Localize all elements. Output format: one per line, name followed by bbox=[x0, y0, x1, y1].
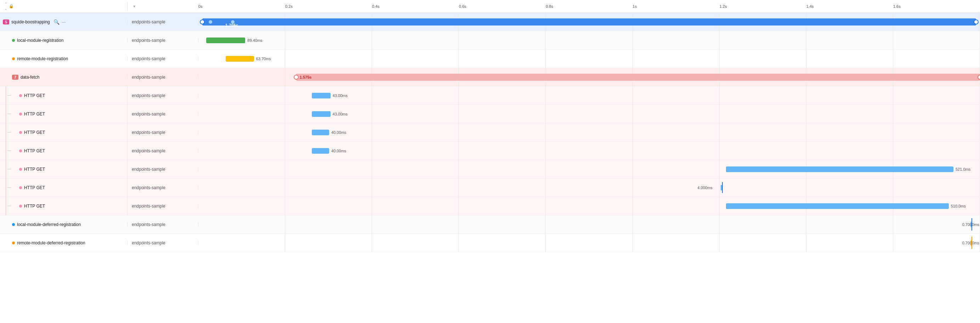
span-name: HTTP GET bbox=[24, 167, 45, 172]
service-cell: endpoints-sample bbox=[127, 111, 199, 116]
service-cell: endpoints-sample bbox=[127, 75, 199, 80]
span-dot bbox=[19, 94, 22, 97]
span-bar bbox=[312, 93, 331, 99]
timeline-cell: 43.00ms bbox=[199, 105, 980, 123]
span-dot bbox=[12, 39, 15, 42]
service-cell: endpoints-sample bbox=[127, 130, 199, 135]
table-row[interactable]: HTTP GETendpoints-sample521.0ms bbox=[0, 160, 980, 178]
table-row[interactable]: HTTP GETendpoints-sample43.00ms bbox=[0, 105, 980, 123]
span-dot bbox=[19, 186, 22, 189]
span-dot bbox=[12, 57, 15, 60]
service-cell: endpoints-sample bbox=[127, 222, 199, 227]
span-duration-label: 63.70ms bbox=[256, 57, 271, 61]
timeline-cell: 40.00ms bbox=[199, 123, 980, 141]
table-row[interactable]: HTTP GETendpoints-sample4.000ms bbox=[0, 178, 980, 197]
chevron-down-icon[interactable]: ▾ bbox=[133, 4, 135, 9]
table-row[interactable]: HTTP GETendpoints-sample40.00ms bbox=[0, 142, 980, 160]
span-dot bbox=[19, 150, 22, 152]
timeline-tick-3: 0.6s bbox=[459, 0, 466, 13]
service-cell: endpoints-sample bbox=[127, 185, 199, 190]
table-row[interactable]: remote-module-deferred-registrationendpo… bbox=[0, 234, 980, 252]
trace-table: ⌃⌄ 🔒 ▾ 0s0.2s0.4s0.6s0.8s1s1.2s1.4s1.6s1… bbox=[0, 0, 980, 323]
table-row[interactable]: 7data-fetchendpoints-sample1.575s bbox=[0, 68, 980, 86]
span-name: HTTP GET bbox=[24, 185, 45, 190]
span-name: HTTP GET bbox=[24, 93, 45, 98]
span-start-circle bbox=[294, 75, 299, 80]
span-name: HTTP GET bbox=[24, 204, 45, 208]
name-cell: 5squide-boostrapping🔍··· bbox=[0, 19, 127, 25]
name-cell: local-module-deferred-registration bbox=[0, 222, 127, 227]
name-cell: HTTP GET bbox=[0, 123, 127, 142]
service-column-header[interactable]: ▾ bbox=[127, 4, 199, 9]
span-name: remote-module-registration bbox=[17, 56, 68, 61]
timeline-cell: 510.0ms bbox=[199, 197, 980, 215]
span-duration-label: 0.7000ms bbox=[962, 241, 979, 245]
span-duration-label: 40.00ms bbox=[331, 149, 346, 153]
table-row[interactable]: HTTP GETendpoints-sample40.00ms bbox=[0, 123, 980, 142]
service-cell: endpoints-sample bbox=[127, 38, 199, 43]
timeline-cell: 89.40ms bbox=[199, 31, 980, 49]
timeline-cell: 0.7000ms bbox=[199, 215, 980, 233]
span-name: local-module-deferred-registration bbox=[17, 222, 81, 227]
span-bar bbox=[226, 56, 254, 62]
name-cell: HTTP GET bbox=[0, 142, 127, 160]
name-cell: 7data-fetch bbox=[0, 75, 127, 80]
span-bar bbox=[206, 38, 245, 43]
span-dot bbox=[19, 113, 22, 115]
table-row[interactable]: local-module-registrationendpoints-sampl… bbox=[0, 31, 980, 49]
span-bar bbox=[726, 167, 953, 172]
span-bar bbox=[312, 111, 331, 117]
timeline-tick-2: 0.4s bbox=[372, 0, 379, 13]
table-row[interactable]: 5squide-boostrapping🔍···endpoints-sample… bbox=[0, 13, 980, 31]
name-cell: HTTP GET bbox=[0, 197, 127, 215]
span-bar bbox=[296, 74, 980, 81]
name-cell: remote-module-registration bbox=[0, 56, 127, 61]
span-end-circle bbox=[977, 75, 980, 80]
service-cell: endpoints-sample bbox=[127, 19, 199, 24]
timeline-tick-0: 0s bbox=[199, 0, 203, 13]
service-cell: endpoints-sample bbox=[127, 93, 199, 98]
timeline-tick-4: 0.8s bbox=[546, 0, 553, 13]
name-cell: HTTP GET bbox=[0, 105, 127, 123]
span-name: remote-module-deferred-registration bbox=[17, 240, 85, 245]
span-name: HTTP GET bbox=[24, 111, 45, 116]
span-duration-label: 0.7000ms bbox=[962, 223, 979, 227]
span-dot bbox=[12, 242, 15, 244]
timeline-cell: 43.00ms bbox=[199, 86, 980, 105]
span-end-circle bbox=[974, 19, 978, 24]
name-cell: remote-module-deferred-registration bbox=[0, 240, 127, 245]
span-dot bbox=[12, 223, 15, 226]
more-icon[interactable]: ··· bbox=[62, 19, 66, 25]
timeline-tick-6: 1.2s bbox=[719, 0, 727, 13]
span-count-badge: 5 bbox=[3, 19, 9, 24]
timeline-cell: 1.795s bbox=[199, 13, 980, 31]
span-bar: 1.795s bbox=[202, 18, 976, 25]
service-cell: endpoints-sample bbox=[127, 167, 199, 172]
span-count-badge: 7 bbox=[12, 75, 18, 80]
span-bar bbox=[726, 203, 949, 209]
table-row[interactable]: HTTP GETendpoints-sample510.0ms bbox=[0, 197, 980, 215]
search-icon[interactable]: 🔍 bbox=[54, 19, 59, 25]
timeline-tick-7: 1.4s bbox=[807, 0, 814, 13]
span-dot bbox=[19, 168, 22, 171]
timeline-tick-1: 0.2s bbox=[285, 0, 293, 13]
span-start-circle bbox=[200, 19, 205, 24]
table-row[interactable]: local-module-deferred-registrationendpoi… bbox=[0, 215, 980, 234]
name-column-header[interactable]: ⌃⌄ 🔒 bbox=[0, 2, 127, 11]
timeline-cell: 40.00ms bbox=[199, 142, 980, 160]
table-row[interactable]: HTTP GETendpoints-sample43.00ms bbox=[0, 86, 980, 105]
sort-icon[interactable]: ⌃⌄ bbox=[4, 2, 8, 11]
span-dot bbox=[19, 205, 22, 208]
span-duration-label: 510.0ms bbox=[951, 204, 966, 208]
span-name: data-fetch bbox=[21, 75, 39, 80]
service-cell: endpoints-sample bbox=[127, 204, 199, 208]
span-dot bbox=[19, 131, 22, 134]
span-duration-label: 40.00ms bbox=[331, 130, 346, 135]
span-name: HTTP GET bbox=[24, 148, 45, 153]
table-row[interactable]: remote-module-registrationendpoints-samp… bbox=[0, 49, 980, 68]
name-cell: HTTP GET bbox=[0, 160, 127, 178]
span-duration-label: 521.0ms bbox=[956, 167, 970, 172]
service-cell: endpoints-sample bbox=[127, 56, 199, 61]
name-cell: HTTP GET bbox=[0, 86, 127, 105]
timeline-cell: 0.7000ms bbox=[199, 234, 980, 252]
